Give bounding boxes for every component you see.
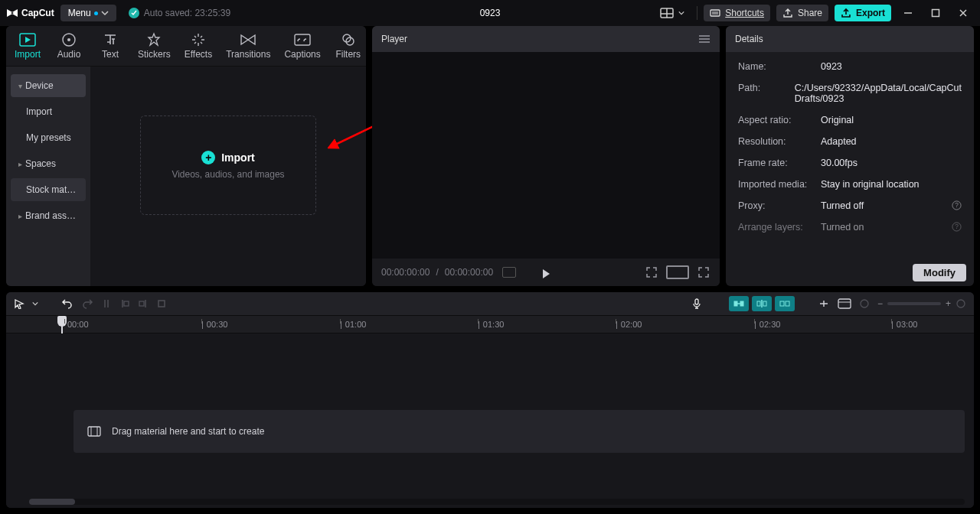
title-bar: CapCut Menu Auto saved: 23:25:39 0923 <box>0 0 980 26</box>
timeline-ruler[interactable]: 00:00 |00:30 |01:00 |01:30 |02:00 |02:30… <box>6 315 974 333</box>
app-name: CapCut <box>21 8 54 18</box>
redo-icon <box>81 298 93 310</box>
tab-effects[interactable]: Effects <box>178 29 218 66</box>
tab-label: Text <box>102 49 119 60</box>
svg-rect-29 <box>695 299 698 304</box>
cover-icon <box>838 298 851 309</box>
svg-rect-36 <box>780 301 784 306</box>
menu-lines-icon <box>698 34 710 44</box>
tab-label: Audio <box>57 49 81 60</box>
zoom-out-button[interactable]: − <box>877 298 883 309</box>
undo-button[interactable] <box>61 298 74 310</box>
sidebar-item-brand[interactable]: Brand assets <box>11 204 86 227</box>
svg-text:?: ? <box>955 223 959 230</box>
tab-label: Filters <box>335 49 361 60</box>
help-icon[interactable]: ? <box>952 200 962 210</box>
scale-button[interactable] <box>645 265 658 279</box>
film-icon <box>87 426 101 437</box>
tab-stickers[interactable]: Stickers <box>132 29 177 66</box>
svg-rect-28 <box>158 301 165 307</box>
timeline-tracks[interactable]: Drag material here and start to create <box>6 333 974 508</box>
help-icon[interactable]: ? <box>952 222 962 232</box>
titlebar-right: Shortcuts Share Export <box>654 2 974 24</box>
sidebar-item-presets[interactable]: My presets <box>11 126 86 149</box>
tab-label: Transitions <box>226 49 270 60</box>
tab-audio[interactable]: Audio <box>49 29 89 66</box>
player-viewport[interactable] <box>372 52 720 259</box>
separator <box>697 6 697 20</box>
scale-icon <box>645 265 658 279</box>
snap-linked-button[interactable] <box>775 296 795 311</box>
chevron-down-icon <box>101 9 109 17</box>
media-body: Device Import My presets Spaces Stock ma… <box>6 67 366 286</box>
svg-point-10 <box>67 38 70 41</box>
sidebar-item-import[interactable]: Import <box>11 100 86 123</box>
snap-main-button[interactable] <box>729 296 749 311</box>
modify-button[interactable]: Modify <box>913 264 966 281</box>
import-drop-zone[interactable]: + Import Videos, audios, and images <box>140 115 316 215</box>
quality-badge[interactable] <box>502 267 516 278</box>
text-icon <box>102 32 119 47</box>
fullscreen-button[interactable] <box>697 265 710 279</box>
share-label: Share <box>798 8 822 18</box>
selection-tool[interactable] <box>14 298 24 309</box>
snap-auto-button[interactable] <box>752 296 772 311</box>
share-button[interactable]: Share <box>776 5 828 21</box>
aspect-ratio-button[interactable] <box>666 265 689 279</box>
svg-point-40 <box>861 300 868 307</box>
time-sep: / <box>436 267 438 278</box>
detail-value: Turned on <box>821 222 942 233</box>
cursor-icon <box>14 298 24 309</box>
redo-button <box>81 298 93 310</box>
sidebar-item-spaces[interactable]: Spaces <box>11 152 86 175</box>
selection-dropdown[interactable] <box>32 301 38 307</box>
detail-key: Name: <box>738 61 812 72</box>
minimize-button[interactable] <box>897 2 919 24</box>
zoom-fit-button <box>956 298 966 309</box>
fullscreen-icon <box>697 265 710 279</box>
sidebar-item-device[interactable]: Device <box>11 74 86 97</box>
zoom-slider[interactable] <box>887 302 941 305</box>
layout-button[interactable] <box>654 5 691 21</box>
time-current: 00:00:00:00 <box>381 267 430 278</box>
tab-filters[interactable]: Filters <box>328 29 366 66</box>
audio-icon <box>60 32 77 47</box>
svg-text:?: ? <box>955 201 959 209</box>
hint-text: Drag material here and start to create <box>112 426 264 437</box>
svg-rect-34 <box>757 301 760 306</box>
timeline-hscrollbar[interactable] <box>29 499 965 505</box>
track-drop-hint[interactable]: Drag material here and start to create <box>74 410 965 453</box>
shortcuts-button[interactable]: Shortcuts <box>704 5 770 21</box>
shortcuts-label: Shortcuts <box>725 8 764 18</box>
close-button[interactable] <box>952 2 974 24</box>
play-button[interactable] <box>540 268 552 280</box>
maximize-button[interactable] <box>925 2 946 24</box>
tab-text[interactable]: Text <box>90 29 130 66</box>
tab-import[interactable]: Import <box>8 29 47 66</box>
player-controls: 00:00:00:00 / 00:00:00:00 <box>372 259 720 286</box>
effects-icon <box>190 32 207 47</box>
transitions-icon <box>240 32 256 47</box>
detail-value: C:/Users/92332/AppData/Local/CapCut Draf… <box>795 83 962 104</box>
cover-button[interactable] <box>838 298 851 309</box>
captions-icon <box>294 32 311 47</box>
menu-button[interactable]: Menu <box>60 5 116 21</box>
split-icon <box>101 298 112 309</box>
sidebar-item-stock[interactable]: Stock mate... <box>11 178 86 201</box>
undo-icon <box>61 298 74 310</box>
export-button[interactable]: Export <box>835 5 891 21</box>
preview-cut-icon <box>818 298 830 309</box>
player-menu-button[interactable] <box>698 34 710 44</box>
autosave-text: Auto saved: 23:25:39 <box>144 8 230 18</box>
ruler-tick: 00:30 <box>207 320 228 329</box>
import-icon <box>19 32 36 47</box>
record-button[interactable] <box>691 298 703 310</box>
zoom-in-button[interactable]: + <box>946 298 951 309</box>
svg-rect-3 <box>710 10 720 16</box>
tab-captions[interactable]: Captions <box>278 29 326 66</box>
tab-transitions[interactable]: Transitions <box>220 29 276 66</box>
svg-rect-7 <box>933 10 939 17</box>
unknown-button <box>859 298 870 309</box>
scrollbar-thumb[interactable] <box>29 499 75 505</box>
preview-cut-button[interactable] <box>818 298 830 309</box>
